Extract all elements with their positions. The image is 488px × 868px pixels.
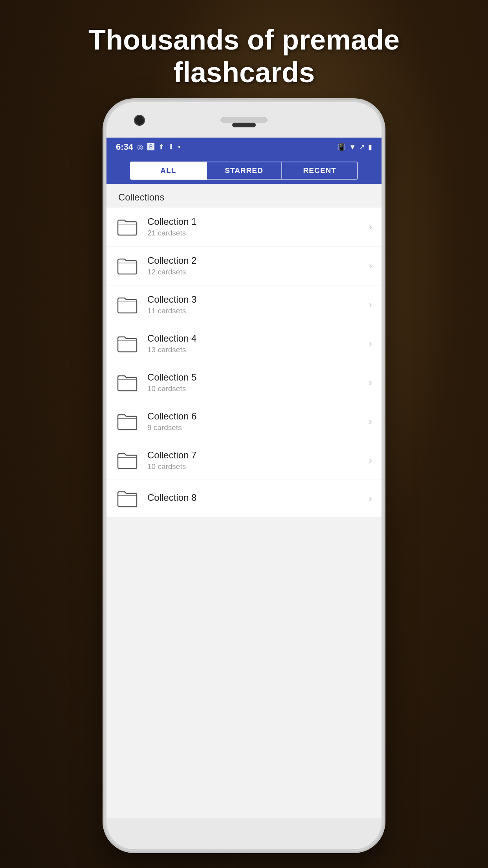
collection-name: Collection 7 <box>147 450 365 461</box>
collection-list: Collection 1 21 cardsets › Collection <box>106 208 382 517</box>
phone-frame: 6:34 ◎ 🅱 ⬆ ⬇ • 📳 ▼ ↗ ▮ ALL STARRED RECEN… <box>106 102 382 849</box>
arrow-icon: › <box>369 493 372 504</box>
folder-icon <box>116 489 139 508</box>
list-item[interactable]: Collection 3 11 cardsets › <box>106 285 382 324</box>
collection-name: Collection 4 <box>147 333 365 344</box>
status-right: 📳 ▼ ↗ ▮ <box>337 143 372 151</box>
collection-count: 11 cardsets <box>147 307 365 315</box>
collection-count: 21 cardsets <box>147 229 365 237</box>
arrow-icon: › <box>369 299 372 310</box>
status-bar: 6:34 ◎ 🅱 ⬆ ⬇ • 📳 ▼ ↗ ▮ <box>106 137 382 157</box>
collection-info: Collection 4 13 cardsets <box>147 333 365 354</box>
folder-icon <box>116 334 139 353</box>
collection-info: Collection 3 11 cardsets <box>147 294 365 315</box>
collection-name: Collection 3 <box>147 294 365 305</box>
arrow-icon: › <box>369 338 372 349</box>
arrow-icon: › <box>369 260 372 271</box>
tab-recent[interactable]: RECENT <box>282 162 358 180</box>
collection-info: Collection 2 12 cardsets <box>147 255 365 276</box>
wifi-icon: ▼ <box>349 143 356 151</box>
folder-icon <box>116 451 139 470</box>
collection-count: 9 cardsets <box>147 423 365 432</box>
tab-starred[interactable]: STARRED <box>207 162 283 180</box>
folder-icon <box>116 295 139 314</box>
notification-icon-2: 🅱 <box>147 143 154 151</box>
phone-camera <box>134 115 145 126</box>
notification-dot: • <box>178 143 180 151</box>
phone-screen: 6:34 ◎ 🅱 ⬆ ⬇ • 📳 ▼ ↗ ▮ ALL STARRED RECEN… <box>106 137 382 818</box>
arrow-icon: › <box>369 416 372 427</box>
section-header: Collections <box>106 184 382 208</box>
arrow-icon: › <box>369 377 372 388</box>
signal-icon: ↗ <box>359 143 365 151</box>
collection-count: 10 cardsets <box>147 462 365 471</box>
vibrate-icon: 📳 <box>337 143 346 151</box>
hero-title: Thousands of premade flashcards <box>0 24 488 89</box>
phone-speaker <box>220 117 268 123</box>
folder-icon <box>116 412 139 431</box>
collection-name: Collection 8 <box>147 492 365 503</box>
list-item[interactable]: Collection 5 10 cardsets › <box>106 363 382 402</box>
tab-all[interactable]: ALL <box>130 162 207 180</box>
content-area: Collections Collection 1 21 cardsets › <box>106 184 382 517</box>
list-item[interactable]: Collection 6 9 cardsets › <box>106 402 382 441</box>
status-time: 6:34 <box>116 142 133 152</box>
notification-icon-3: ⬆ <box>158 143 164 151</box>
folder-icon <box>116 373 139 392</box>
battery-icon: ▮ <box>368 143 372 151</box>
collection-info: Collection 8 <box>147 492 365 505</box>
notification-icon-4: ⬇ <box>168 143 174 151</box>
list-item[interactable]: Collection 8 › <box>106 480 382 517</box>
list-item[interactable]: Collection 4 13 cardsets › <box>106 324 382 363</box>
collection-count: 12 cardsets <box>147 268 365 276</box>
collection-info: Collection 6 9 cardsets <box>147 411 365 432</box>
list-item[interactable]: Collection 1 21 cardsets › <box>106 208 382 246</box>
collection-info: Collection 5 10 cardsets <box>147 372 365 393</box>
notification-icon-1: ◎ <box>137 143 143 151</box>
collection-info: Collection 7 10 cardsets <box>147 450 365 471</box>
folder-icon <box>116 217 139 237</box>
arrow-icon: › <box>369 455 372 466</box>
phone-home-bar <box>232 123 256 127</box>
list-item[interactable]: Collection 2 12 cardsets › <box>106 246 382 285</box>
collection-info: Collection 1 21 cardsets <box>147 216 365 237</box>
collection-name: Collection 6 <box>147 411 365 422</box>
phone-top <box>106 102 382 138</box>
collection-count: 13 cardsets <box>147 346 365 354</box>
folder-icon <box>116 256 139 276</box>
status-left: 6:34 ◎ 🅱 ⬆ ⬇ • <box>116 142 180 152</box>
collection-count: 10 cardsets <box>147 384 365 393</box>
list-item[interactable]: Collection 7 10 cardsets › <box>106 441 382 480</box>
collection-name: Collection 2 <box>147 255 365 266</box>
phone-bottom <box>106 818 382 849</box>
collection-name: Collection 1 <box>147 216 365 227</box>
arrow-icon: › <box>369 221 372 232</box>
collection-name: Collection 5 <box>147 372 365 383</box>
tab-bar: ALL STARRED RECENT <box>106 157 382 184</box>
